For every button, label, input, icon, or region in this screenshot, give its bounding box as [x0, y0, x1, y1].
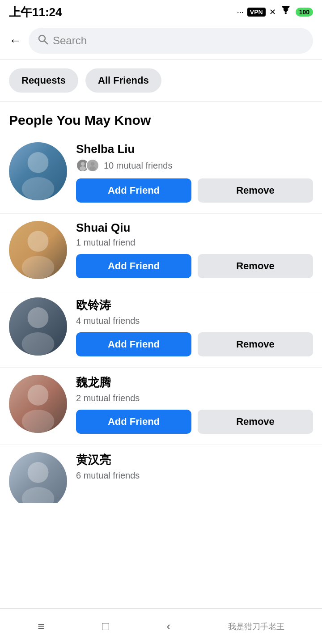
brand-label: 我是猎刀手老王	[228, 621, 284, 632]
mutual-count: 4 mutual friends	[76, 316, 140, 326]
section-title: People You May Know	[0, 102, 322, 135]
status-icons: ··· VPN ✕ 100	[237, 6, 313, 18]
remove-button[interactable]: Remove	[198, 254, 313, 278]
person-card: 黄汉亮6 mutual friends	[0, 445, 322, 503]
home-icon[interactable]: □	[102, 619, 109, 633]
wifi-icon	[280, 6, 292, 18]
svg-point-14	[28, 462, 49, 483]
svg-point-6	[91, 162, 95, 166]
svg-point-9	[22, 256, 55, 279]
status-time: 上午11:24	[9, 4, 62, 20]
mutual-friends-row: 1 mutual friend	[76, 237, 313, 248]
avatar[interactable]	[9, 297, 67, 356]
person-card: Shelba Liu10 mutual friendsAdd FriendRem…	[0, 135, 322, 214]
person-name: 魏龙腾	[76, 375, 313, 390]
remove-button[interactable]: Remove	[198, 410, 313, 434]
bottom-nav: ≡ □ ‹ 我是猎刀手老王	[0, 608, 322, 644]
person-info: 魏龙腾2 mutual friendsAdd FriendRemove	[76, 375, 313, 434]
svg-point-11	[22, 332, 55, 356]
mutual-friends-row: 6 mutual friends	[76, 470, 313, 481]
avatar[interactable]	[9, 221, 67, 279]
x-icon: ✕	[269, 7, 276, 17]
signal-icon: ···	[237, 8, 244, 17]
back-button[interactable]: ←	[9, 34, 21, 48]
svg-point-10	[28, 307, 49, 328]
add-friend-button[interactable]: Add Friend	[76, 254, 191, 278]
svg-point-8	[28, 231, 49, 252]
add-friend-button[interactable]: Add Friend	[76, 410, 191, 434]
svg-line-1	[45, 41, 48, 44]
svg-point-2	[28, 152, 49, 173]
person-info: 黄汉亮6 mutual friends	[76, 452, 313, 487]
person-card: Shuai Qiu1 mutual friendAdd FriendRemove	[0, 214, 322, 290]
header: ← Search	[0, 22, 322, 59]
mutual-friends-row: 10 mutual friends	[76, 159, 313, 172]
person-name: Shuai Qiu	[76, 221, 313, 235]
mutual-count: 2 mutual friends	[76, 393, 140, 403]
tab-requests[interactable]: Requests	[9, 68, 78, 93]
tab-all-friends[interactable]: All Friends	[85, 68, 161, 93]
mutual-friends-row: 4 mutual friends	[76, 316, 313, 326]
person-info: 欧铃涛4 mutual friendsAdd FriendRemove	[76, 297, 313, 356]
mutual-count: 6 mutual friends	[76, 470, 140, 481]
search-placeholder: Search	[53, 34, 87, 47]
person-info: Shelba Liu10 mutual friendsAdd FriendRem…	[76, 142, 313, 203]
add-friend-button[interactable]: Add Friend	[76, 178, 191, 203]
add-friend-button[interactable]: Add Friend	[76, 332, 191, 356]
action-buttons: Add FriendRemove	[76, 178, 313, 203]
action-buttons: Add FriendRemove	[76, 332, 313, 356]
person-card: 魏龙腾2 mutual friendsAdd FriendRemove	[0, 368, 322, 445]
remove-button[interactable]: Remove	[198, 178, 313, 203]
person-name: 欧铃涛	[76, 297, 313, 313]
avatar[interactable]	[9, 452, 67, 503]
person-info: Shuai Qiu1 mutual friendAdd FriendRemove	[76, 221, 313, 278]
mutual-count: 1 mutual friend	[76, 237, 135, 248]
svg-point-15	[22, 487, 55, 503]
action-buttons: Add FriendRemove	[76, 410, 313, 434]
menu-icon[interactable]: ≡	[38, 619, 44, 633]
mutual-avatars	[76, 159, 99, 172]
action-buttons: Add FriendRemove	[76, 254, 313, 278]
person-name: Shelba Liu	[76, 142, 313, 156]
tabs-row: Requests All Friends	[0, 59, 322, 93]
status-bar: 上午11:24 ··· VPN ✕ 100	[0, 0, 322, 22]
svg-point-7	[89, 166, 96, 171]
svg-point-3	[22, 177, 55, 200]
remove-button[interactable]: Remove	[198, 332, 313, 356]
people-list: Shelba Liu10 mutual friendsAdd FriendRem…	[0, 135, 322, 503]
search-icon	[38, 34, 48, 47]
avatar[interactable]	[9, 142, 67, 200]
person-card: 欧铃涛4 mutual friendsAdd FriendRemove	[0, 290, 322, 368]
svg-point-13	[22, 410, 55, 433]
person-name: 黄汉亮	[76, 452, 313, 468]
mutual-friends-row: 2 mutual friends	[76, 393, 313, 403]
mutual-avatar-2	[86, 159, 99, 172]
svg-point-4	[81, 162, 85, 166]
svg-point-5	[80, 166, 86, 171]
back-nav-icon[interactable]: ‹	[166, 619, 170, 633]
avatar[interactable]	[9, 375, 67, 433]
svg-point-12	[28, 385, 49, 406]
vpn-badge: VPN	[247, 8, 266, 17]
search-bar[interactable]: Search	[29, 28, 313, 54]
mutual-count: 10 mutual friends	[104, 161, 172, 171]
battery-badge: 100	[296, 8, 313, 17]
